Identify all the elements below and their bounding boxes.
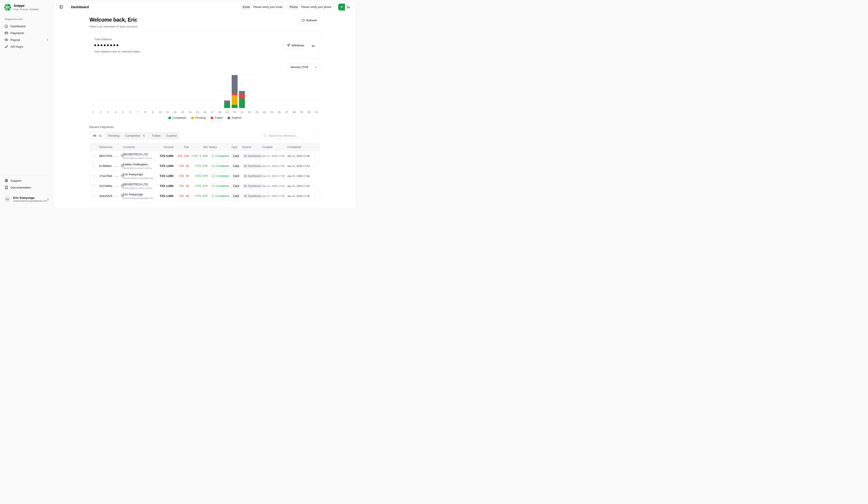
tab-pending[interactable]: Pending xyxy=(105,133,122,138)
completed-date: Jan 21, 2026 17:58 xyxy=(287,155,311,157)
refresh-button[interactable]: Refresh xyxy=(298,17,320,24)
x-axis-tick-label: 3 xyxy=(104,111,112,114)
month-selector[interactable]: January 2026 xyxy=(287,64,320,70)
select-all-checkbox[interactable] xyxy=(92,145,95,148)
status-badge: Completed xyxy=(209,163,231,169)
source-badge: Dashboard xyxy=(242,183,263,189)
user-menu[interactable]: EK Eric Kweyunga maverickweyunga@gmail.c… xyxy=(3,194,51,204)
row-checkbox[interactable] xyxy=(92,194,95,197)
table-row[interactable]: bc9bb6ec ...Kalebu Gwaluganokalebu@neuro… xyxy=(90,161,320,171)
customer-email: maverickweyunga@gmail.com xyxy=(123,177,157,179)
sidebar-item-payments[interactable]: Payments xyxy=(3,30,51,36)
page-title: Dashboard xyxy=(71,5,89,9)
chart-day-column xyxy=(186,74,194,108)
check-circle-icon xyxy=(211,155,214,157)
verify-phone-badge[interactable]: PhonePlease verify your phone xyxy=(287,4,334,10)
x-axis-tick-label: 4 xyxy=(112,111,119,114)
row-actions-menu-button[interactable] xyxy=(313,164,317,168)
row-checkbox[interactable] xyxy=(92,184,95,187)
sidebar-item-label: Payout xyxy=(10,38,20,42)
x-axis-tick-label: 22 xyxy=(246,111,253,114)
sidebar-item-documentation[interactable]: Documentation xyxy=(3,184,51,191)
bar-segment-completed-day-19[interactable] xyxy=(224,103,230,108)
withdraw-button[interactable]: Withdraw xyxy=(283,42,308,49)
ellipsis-vertical-icon xyxy=(313,174,317,178)
fee-value: -TZS 30 xyxy=(175,195,189,198)
toggle-balance-visibility-button[interactable] xyxy=(311,43,316,48)
chevrons-up-down-icon xyxy=(314,65,317,69)
row-checkbox[interactable] xyxy=(92,174,95,177)
search-input[interactable] xyxy=(269,134,318,137)
chart-legend: CompletedPendingFailedExpired xyxy=(90,116,320,119)
verify-email-badge[interactable]: EmailPlease verify your email xyxy=(240,4,285,10)
tab-failed[interactable]: Failed xyxy=(149,133,163,138)
sidebar-item-payout[interactable]: Payout xyxy=(3,36,51,43)
row-actions-menu-button[interactable] xyxy=(313,194,317,198)
source-label: Dashboard xyxy=(248,195,261,198)
row-checkbox[interactable] xyxy=(92,154,95,157)
verify-badge-label: Phone xyxy=(288,5,300,9)
credit-card-icon xyxy=(4,31,8,35)
dark-mode-button[interactable] xyxy=(345,4,352,10)
source-badge: Dashboard xyxy=(242,193,263,199)
sidebar-item-label: Dashboard xyxy=(10,24,25,28)
sidebar-toggle-button[interactable] xyxy=(58,4,64,10)
x-axis-tick-label: 20 xyxy=(231,111,238,114)
tab-expired[interactable]: Expired xyxy=(164,133,179,138)
table-row[interactable]: 5e1540da ...NEUROTECH LTDkalebu@neurotec… xyxy=(90,181,320,191)
refresh-label: Refresh xyxy=(306,19,317,22)
bar-segment-expired-day-20[interactable] xyxy=(232,75,238,93)
row-actions-menu-button[interactable] xyxy=(313,174,317,178)
tab-completed[interactable]: Completed5 xyxy=(123,132,149,139)
row-actions-menu-button[interactable] xyxy=(313,184,317,188)
customer-email: kalebu@neurotech.africa xyxy=(123,167,157,169)
sidebar-item-label: API Keys xyxy=(10,45,23,49)
bar-segment-failed-day-20[interactable] xyxy=(232,93,238,95)
bar-segment-completed-day-21[interactable] xyxy=(239,98,245,108)
x-axis-tick-label: 10 xyxy=(156,111,164,114)
total-balance-card: Total Balance Your balance due to select… xyxy=(90,32,320,59)
sidebar-item-dashboard[interactable]: Dashboard xyxy=(3,23,51,30)
verify-badge-label: Email xyxy=(241,5,252,9)
bar-segment-failed-day-21[interactable] xyxy=(239,94,245,98)
chart-day-column xyxy=(201,74,209,108)
table-row[interactable]: 4ada5d29 ...Eric Kweyungamaverickweyunga… xyxy=(90,191,320,201)
fee-value: -TZS 30 xyxy=(175,175,189,178)
recent-payments-title: Recent Payments xyxy=(90,125,320,129)
layout-grid-icon xyxy=(244,185,247,187)
snippe-logo-icon xyxy=(4,4,11,11)
x-axis-tick-label: 28 xyxy=(290,111,298,114)
legend-item-completed: Completed xyxy=(168,116,186,119)
row-checkbox[interactable] xyxy=(92,164,95,167)
bar-segment-pending-day-20[interactable] xyxy=(232,95,238,105)
fee-value: -TZS 30 xyxy=(175,185,189,188)
layout-grid-icon xyxy=(244,155,247,157)
amount-value: TZS 1,000 xyxy=(158,184,173,188)
chart-day-column xyxy=(164,74,172,108)
status-label: Completed xyxy=(215,195,229,198)
sidebar-item-api-keys[interactable]: API Keys xyxy=(3,43,51,50)
x-axis-tick-label: 16 xyxy=(201,111,209,114)
table-row[interactable]: 8655765b ...NEUROTECH LTDkalebu@neurotec… xyxy=(90,151,320,161)
table-row[interactable]: 1fae78eb ...Eric Kweyungamaverickweyunga… xyxy=(90,171,320,181)
bar-segment-expired-day-19[interactable] xyxy=(224,101,230,103)
banknote-icon xyxy=(4,38,8,42)
row-actions-menu-button[interactable] xyxy=(313,154,317,158)
bar-segment-expired-day-21[interactable] xyxy=(239,91,245,94)
layout-grid-icon xyxy=(244,165,247,167)
source-badge: Dashboard xyxy=(242,154,263,158)
sidebar-item-support[interactable]: Support xyxy=(3,177,51,184)
net-value: +TZS 970 xyxy=(190,175,208,178)
legend-label: Failed xyxy=(215,116,223,119)
tab-all[interactable]: All5 xyxy=(90,132,105,139)
bar-segment-completed-day-20[interactable] xyxy=(232,105,238,108)
x-axis-tick-label: 25 xyxy=(268,111,276,114)
type-badge: Card xyxy=(231,193,241,199)
dashboard-content: Welcome back, Eric Here's an overview of… xyxy=(54,13,356,207)
main-panel: Dashboard EmailPlease verify your emailP… xyxy=(54,1,356,207)
light-mode-button[interactable] xyxy=(338,4,345,10)
chart-day-column xyxy=(305,74,313,108)
customer-name: Kalebu Gwalugano xyxy=(123,162,157,166)
chart-day-column xyxy=(253,74,261,108)
x-axis-tick-label: 5 xyxy=(119,111,127,114)
